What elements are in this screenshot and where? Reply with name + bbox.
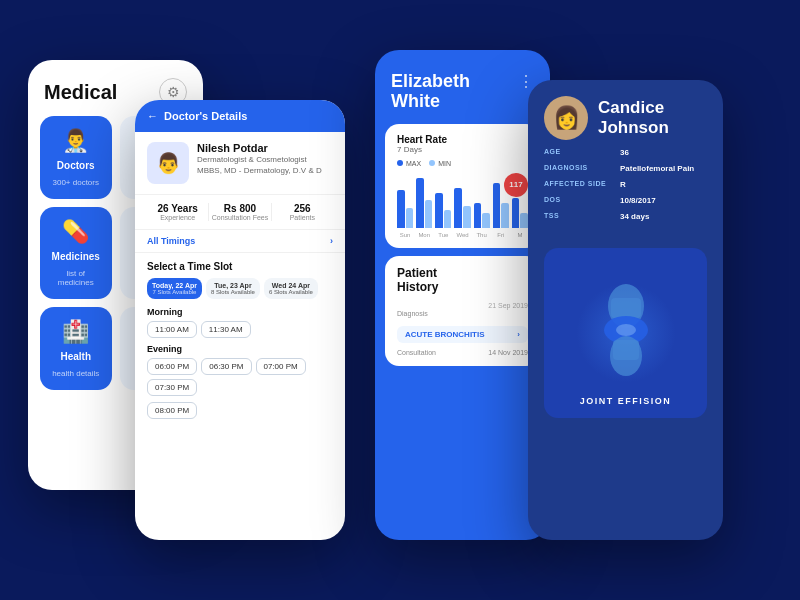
affected-label: AFFECTED SIDE (544, 180, 614, 187)
medicines-tile[interactable]: 💊 Medicines list of medicines (40, 207, 112, 299)
doctors-tile[interactable]: 👨‍⚕️ Doctors 300+ doctors (40, 116, 112, 199)
min-bar-5 (425, 200, 433, 228)
max-bar-4 (435, 193, 443, 228)
min-bar-1 (501, 203, 509, 228)
diagnosis-date: 21 Sep 2019 (488, 302, 528, 309)
diagnosis-value: ACUTE BRONCHITIS › (397, 326, 528, 343)
time-1100[interactable]: 11:00 AM (147, 321, 197, 338)
patients-stat: 256 Patients (272, 203, 333, 221)
date-wed-label: Wed 24 Apr (269, 282, 313, 289)
medicines-icon: 💊 (62, 219, 89, 245)
health-sub: health details (52, 369, 99, 378)
heart-rate-title: Heart Rate (397, 134, 528, 145)
chart-days: SunMonTueWedThuFriM (397, 232, 528, 238)
date-tue[interactable]: Tue, 23 Apr 8 Slots Available (206, 278, 260, 299)
doctor-spec: Dermatologist & Cosmetologist (197, 154, 322, 165)
date-today[interactable]: Today, 22 Apr 7 Slots Available (147, 278, 202, 299)
date-tue-slots: 8 Slots Available (211, 289, 255, 295)
patients-value: 256 (272, 203, 333, 214)
time-1130[interactable]: 11:30 AM (201, 321, 251, 338)
doctor-info: 👨 Nilesh Potdar Dermatologist & Cosmetol… (135, 132, 345, 195)
affected-row: AFFECTED SIDE R (544, 180, 707, 189)
max-bar-6 (397, 190, 405, 228)
doctors-sub: 300+ doctors (53, 178, 99, 187)
date-wed[interactable]: Wed 24 Apr 6 Slots Available (264, 278, 318, 299)
doctors-icon: 👨‍⚕️ (62, 128, 89, 154)
patient-menu-icon[interactable]: ⋮ (518, 72, 534, 91)
all-timings-link[interactable]: All Timings › (135, 230, 345, 253)
min-bar-4 (444, 210, 452, 228)
chart-day-3: Wed (454, 232, 470, 238)
time-1930[interactable]: 07:30 PM (147, 379, 197, 396)
doctor-avatar: 👨 (147, 142, 189, 184)
max-bar-5 (416, 178, 424, 228)
chart-bar-group-4 (435, 193, 451, 228)
chart-bar-group-6 (397, 190, 413, 228)
chart-bar-group-5 (416, 178, 432, 228)
evening-slots-2: 08:00 PM (147, 402, 333, 419)
age-row: AGE 36 (544, 148, 707, 157)
chevron-right-icon: › (330, 236, 333, 246)
back-arrow-icon[interactable]: ← (147, 110, 158, 122)
patients-label: Patients (272, 214, 333, 221)
age-label: AGE (544, 148, 614, 155)
candice-header: 👩 Candice Johnson (528, 80, 723, 148)
legend-max: MAX (397, 160, 421, 167)
time-1830[interactable]: 06:30 PM (201, 358, 251, 375)
fees-stat: Rs 800 Consultation Fees (209, 203, 271, 221)
patient-card: ElizabethWhite ⋮ Heart Rate 7 Days MAX M… (375, 50, 550, 540)
diagnosis-label: Diagnosis (397, 310, 428, 317)
svg-rect-4 (613, 340, 639, 360)
morning-slots: 11:00 AM 11:30 AM (147, 321, 333, 338)
age-value: 36 (620, 148, 629, 157)
experience-stat: 26 Years Experience (147, 203, 209, 221)
patient-history-section: PatientHistory Diagnosis 21 Sep 2019 ACU… (385, 256, 540, 366)
joint-label: JOINT EFFISION (580, 396, 672, 406)
max-bar-2 (474, 203, 482, 228)
date-tue-label: Tue, 23 Apr (211, 282, 255, 289)
chart-bar-group-3 (454, 188, 470, 228)
candice-name: Candice Johnson (598, 98, 707, 139)
evening-label: Evening (147, 344, 333, 354)
chart-bar-group-2 (474, 203, 490, 228)
date-today-label: Today, 22 Apr (152, 282, 197, 289)
min-bar-6 (406, 208, 414, 228)
affected-value: R (620, 180, 626, 189)
diagnosis-arrow: › (517, 330, 520, 339)
diagnosis-label-c: DIAGNOSIS (544, 164, 614, 171)
heart-rate-chart: 117 (397, 173, 528, 228)
dos-label: DOS (544, 196, 614, 203)
doctor-topbar: ← Doctor's Details (135, 100, 345, 132)
experience-label: Experience (147, 214, 208, 221)
dos-row: DOS 10/8/2017 (544, 196, 707, 205)
candice-details: AGE 36 DIAGNOSIS Patellofemoral Pain AFF… (528, 148, 723, 240)
chart-day-4: Thu (474, 232, 490, 238)
doctor-card: ← Doctor's Details 👨 Nilesh Potdar Derma… (135, 100, 345, 540)
experience-value: 26 Years (147, 203, 208, 214)
patient-history-title: PatientHistory (397, 266, 528, 294)
doctor-details-title: Doctor's Details (164, 110, 247, 122)
evening-slots: 06:00 PM 06:30 PM 07:00 PM 07:30 PM (147, 358, 333, 396)
chart-bar-group-0 (512, 198, 528, 228)
min-bar-3 (463, 206, 471, 228)
health-tile[interactable]: 🏥 Health health details (40, 307, 112, 390)
diagnosis-value-c: Patellofemoral Pain (620, 164, 694, 173)
time-2000[interactable]: 08:00 PM (147, 402, 197, 419)
time-1900[interactable]: 07:00 PM (256, 358, 306, 375)
dos-value: 10/8/2017 (620, 196, 656, 205)
medical-title: Medical (44, 81, 117, 104)
min-bar-0 (520, 213, 528, 228)
medicines-sub: list of medicines (48, 269, 104, 287)
time-1800[interactable]: 06:00 PM (147, 358, 197, 375)
tss-value: 34 days (620, 212, 649, 221)
chart-day-0: Sun (397, 232, 413, 238)
svg-rect-1 (611, 298, 641, 318)
heart-rate-section: Heart Rate 7 Days MAX MIN 117 SunMonTueW… (385, 124, 540, 248)
doctor-degree: MBBS, MD - Dermatology, D.V & D (197, 165, 322, 176)
chart-day-6: M (512, 232, 528, 238)
max-bar-0 (512, 198, 520, 228)
max-bar-1 (493, 183, 501, 228)
date-wed-slots: 6 Slots Available (269, 289, 313, 295)
heart-rate-subtitle: 7 Days (397, 145, 528, 154)
tss-row: TSS 34 days (544, 212, 707, 221)
